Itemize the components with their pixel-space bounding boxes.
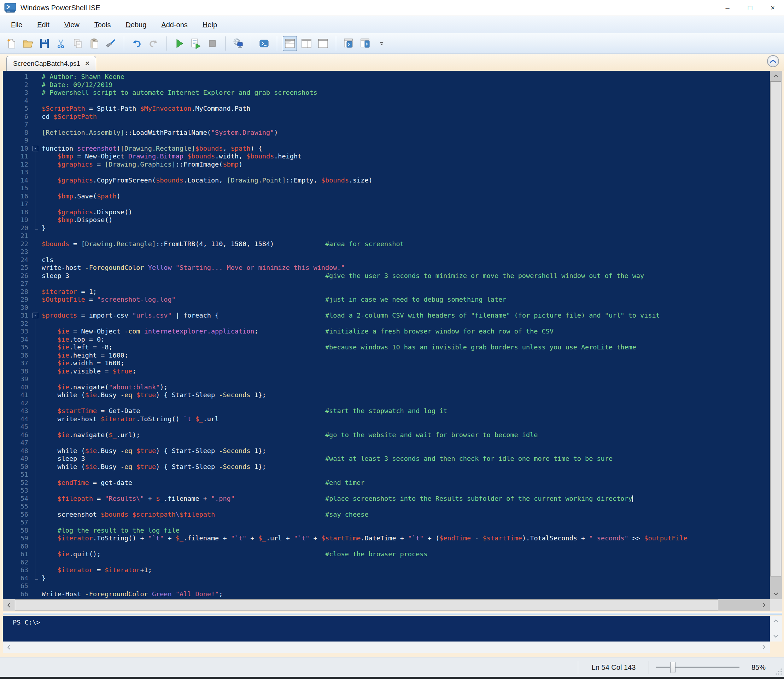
console-pane[interactable]: PS C:\> xyxy=(3,616,770,641)
undo-button[interactable] xyxy=(130,36,144,51)
cut-button[interactable] xyxy=(54,36,68,51)
code-line[interactable]: 39 xyxy=(3,375,770,383)
code-line[interactable]: 63 $iterator = $iterator+1; xyxy=(3,566,770,574)
code-line[interactable]: 22$bounds = [Drawing.Rectangle]::FromLTR… xyxy=(3,240,770,248)
new-script-button[interactable] xyxy=(4,36,19,51)
show-command-addon-button[interactable] xyxy=(358,36,373,51)
show-script-pane-maximized-button[interactable] xyxy=(316,36,330,51)
code-line[interactable]: 52 $endTime = get-date #end timer xyxy=(3,479,770,487)
code-line[interactable]: 17 xyxy=(3,200,770,208)
code-line[interactable]: 10function screenshot([Drawing.Rectangle… xyxy=(3,145,770,153)
code-line[interactable]: 49 sleep 3 #wait at least 3 seconds and … xyxy=(3,455,770,463)
collapse-script-pane-button[interactable] xyxy=(767,55,779,67)
code-line[interactable]: 46 $ie.navigate($_.url); #go to the webs… xyxy=(3,431,770,439)
code-line[interactable]: 8[Reflection.Assembly]::LoadWithPartialN… xyxy=(3,129,770,137)
code-line[interactable]: 54 $filepath = "Results\" + $_.filename … xyxy=(3,495,770,503)
code-line[interactable]: 28$iterator = 1; xyxy=(3,288,770,296)
code-line[interactable]: 14 $graphics.CopyFromScreen($bounds.Loca… xyxy=(3,177,770,185)
scroll-right-button[interactable] xyxy=(758,641,770,653)
code-line[interactable]: 24cls xyxy=(3,256,770,264)
minimize-button[interactable]: – xyxy=(716,0,739,16)
editor-vertical-scrollbar[interactable] xyxy=(770,71,782,599)
scroll-up-button[interactable] xyxy=(770,617,782,625)
code-line[interactable]: 19 $bmp.Dispose() xyxy=(3,216,770,224)
editor-horizontal-scrollbar[interactable] xyxy=(3,599,770,611)
code-line[interactable]: 58 #log the result to the log file xyxy=(3,527,770,535)
code-line[interactable]: 30 xyxy=(3,304,770,312)
open-script-button[interactable] xyxy=(21,36,35,51)
code-line[interactable]: 26sleep 3 #give the user 3 seconds to mi… xyxy=(3,272,770,280)
editor-pane[interactable]: 1# Author: Shawn Keene2# Date: 09/12/201… xyxy=(3,71,770,599)
code-line[interactable]: 48 while ($ie.Busy -eq $true) { Start-Sl… xyxy=(3,447,770,455)
copy-button[interactable] xyxy=(71,36,85,51)
code-line[interactable]: 7 xyxy=(3,120,770,129)
code-line[interactable]: 15 xyxy=(3,184,770,192)
code-line[interactable]: 23 xyxy=(3,248,770,256)
scroll-down-button[interactable] xyxy=(770,588,782,599)
close-button[interactable]: × xyxy=(761,0,784,16)
code-line[interactable]: 27 xyxy=(3,280,770,288)
clear-output-pane-button[interactable] xyxy=(104,36,118,51)
code-line[interactable]: 18 $graphics.Dispose() xyxy=(3,208,770,216)
save-script-button[interactable] xyxy=(37,36,52,51)
code-line[interactable]: 43 $startTime = Get-Date #start the stop… xyxy=(3,407,770,415)
code-line[interactable]: 44 write-host $iterator.ToString() `t $_… xyxy=(3,415,770,423)
menu-item-help[interactable]: Help xyxy=(195,16,225,33)
code-line[interactable]: 29$OutputFile = "screenshot-log.log" #ju… xyxy=(3,296,770,304)
code-line[interactable]: 60 xyxy=(3,543,770,551)
editor-vscroll-thumb[interactable] xyxy=(770,81,781,576)
editor-hscroll-thumb[interactable] xyxy=(15,599,718,610)
code-line[interactable]: 45 xyxy=(3,423,770,431)
maximize-button[interactable]: □ xyxy=(739,0,761,16)
code-line[interactable]: 42 xyxy=(3,399,770,407)
scroll-up-button[interactable] xyxy=(770,71,782,81)
scroll-left-button[interactable] xyxy=(3,599,15,611)
scroll-left-button[interactable] xyxy=(3,641,15,653)
start-powershell-exe-button[interactable] xyxy=(257,36,271,51)
run-selection-button[interactable] xyxy=(189,36,203,51)
console-vertical-scrollbar[interactable] xyxy=(770,616,782,641)
paste-button[interactable] xyxy=(87,36,102,51)
code-line[interactable]: 62 xyxy=(3,559,770,566)
tab-close-icon[interactable]: × xyxy=(85,59,89,67)
code-line[interactable]: 16 $bmp.Save($path) xyxy=(3,192,770,200)
code-line[interactable]: 51 xyxy=(3,471,770,479)
code-line[interactable]: 25write-host -ForegoundColor Yellow "Sta… xyxy=(3,264,770,272)
menu-item-view[interactable]: View xyxy=(57,16,87,33)
code-line[interactable]: 64} xyxy=(3,574,770,582)
code-line[interactable]: 1# Author: Shawn Keene xyxy=(3,73,770,81)
script-file-tab[interactable]: ScreenCapBatch4.ps1 × xyxy=(6,56,96,71)
code-line[interactable]: 47 xyxy=(3,439,770,447)
menu-item-file[interactable]: File xyxy=(3,16,30,33)
run-script-button[interactable] xyxy=(172,36,186,51)
code-line[interactable]: 59 $iterator.ToString() + "`t" + $_.file… xyxy=(3,534,770,543)
code-line[interactable]: 55 xyxy=(3,502,770,511)
code-line[interactable]: 50 while ($ie.Busy -eq $true) { Start-Sl… xyxy=(3,463,770,471)
resize-grip[interactable] xyxy=(773,666,782,676)
code-line[interactable]: 2# Date: 09/12/2019 xyxy=(3,81,770,89)
menu-item-debug[interactable]: Debug xyxy=(118,16,154,33)
code-line[interactable]: 21 xyxy=(3,232,770,240)
show-command-window-button[interactable] xyxy=(342,36,356,51)
new-remote-powershell-tab-button[interactable] xyxy=(231,36,245,51)
menu-item-tools[interactable]: Tools xyxy=(87,16,119,33)
scroll-right-button[interactable] xyxy=(758,599,770,611)
code-line[interactable]: 33 $ie = New-Object -com internetexplore… xyxy=(3,327,770,336)
code-line[interactable]: 5$ScriptPath = Split-Path $MyInvocation.… xyxy=(3,105,770,113)
code-line[interactable]: 13 xyxy=(3,168,770,177)
show-script-pane-right-button[interactable] xyxy=(299,36,314,51)
code-line[interactable]: 34 $ie.top = 0; xyxy=(3,336,770,344)
zoom-slider[interactable] xyxy=(656,666,739,668)
code-line[interactable]: 32 xyxy=(3,320,770,328)
code-line[interactable]: 9 xyxy=(3,136,770,145)
code-line[interactable]: 35 $ie.left = -8; #because windows 10 ha… xyxy=(3,343,770,352)
code-line[interactable]: 6cd $ScriptPath xyxy=(3,113,770,121)
code-line[interactable]: 66Write-Host -ForegroundColor Green "All… xyxy=(3,590,770,598)
code-line[interactable]: 57 xyxy=(3,518,770,527)
code-line[interactable]: 12 $graphics = [Drawing.Graphics]::FromI… xyxy=(3,161,770,169)
code-line[interactable]: 61 $ie.quit(); #close the browser proces… xyxy=(3,550,770,559)
scroll-down-button[interactable] xyxy=(770,632,782,640)
console-pane-splitter[interactable] xyxy=(3,613,782,615)
code-line[interactable]: 3# Powershell script to automate Interne… xyxy=(3,89,770,97)
code-line[interactable]: 40 $ie.navigate("about:blank"); xyxy=(3,383,770,391)
